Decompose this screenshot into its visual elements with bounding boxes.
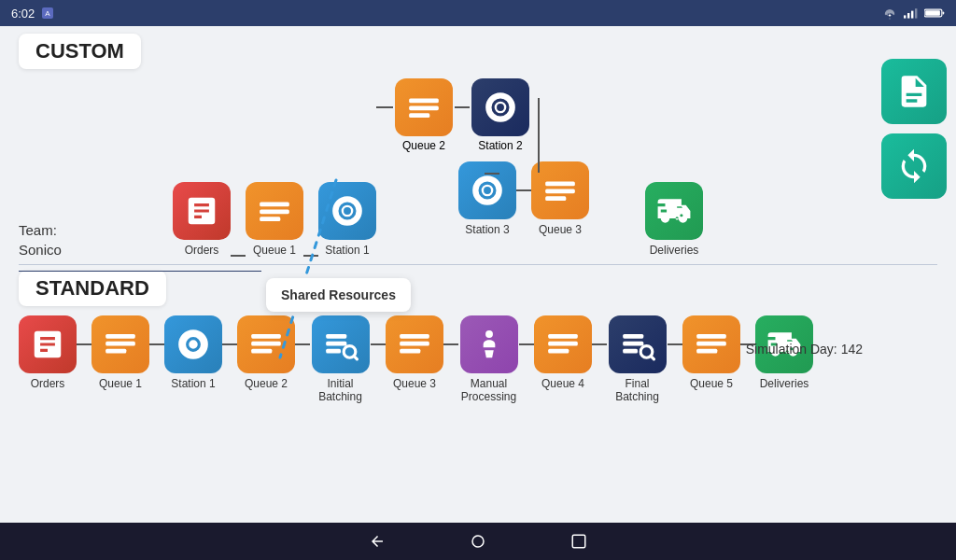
svg-rect-30 [400, 334, 429, 339]
svg-rect-14 [409, 113, 429, 118]
home-button[interactable] [465, 528, 491, 554]
svg-rect-37 [623, 334, 643, 339]
custom-orders-icon [173, 182, 231, 240]
svg-rect-38 [623, 342, 643, 346]
std-queue1-icon [91, 315, 149, 373]
team-info: Team: Sonico [19, 222, 62, 258]
status-right [881, 7, 945, 20]
team-underline [19, 271, 261, 272]
custom-queue2-node [395, 78, 453, 136]
custom-queue1-icon [246, 182, 303, 240]
svg-rect-15 [545, 182, 575, 187]
svg-rect-27 [326, 349, 341, 354]
custom-deliveries-icon [645, 182, 703, 240]
svg-rect-5 [915, 8, 917, 18]
std-queue4-icon [534, 315, 592, 373]
std-queue2-node: Queue 2 [237, 315, 295, 390]
std-queue1-node: Queue 1 [91, 315, 149, 390]
std-conn7 [519, 343, 534, 345]
std-final-batching-icon [609, 315, 667, 373]
standard-section: STANDARD Orders Queue 1 [0, 265, 956, 409]
custom-queue3-label: Queue 3 [539, 223, 582, 236]
status-bar: 6:02 A [0, 0, 956, 26]
svg-line-41 [651, 357, 654, 359]
custom-station2-icon [471, 78, 529, 136]
custom-station3-label: Station 3 [465, 223, 509, 236]
custom-section: CUSTOM Orders Queue 1 [0, 26, 956, 260]
svg-rect-10 [260, 209, 289, 214]
std-deliveries-label: Deliveries [760, 377, 809, 390]
std-manual-processing-label: Manual Processing [458, 377, 519, 403]
std-initial-batching-icon [312, 315, 370, 373]
svg-rect-46 [572, 535, 585, 548]
shared-resources-tooltip: Shared Resources [266, 278, 411, 312]
std-conn9 [668, 343, 682, 345]
custom-deliveries-node: Deliveries [645, 182, 703, 257]
svg-point-33 [485, 330, 493, 338]
std-conn4 [295, 343, 310, 345]
std-conn1 [77, 343, 91, 345]
std-queue5-icon [682, 315, 740, 373]
svg-rect-35 [548, 342, 578, 346]
svg-rect-9 [260, 203, 289, 207]
svg-rect-20 [105, 342, 135, 346]
conn1 [231, 255, 246, 257]
svg-rect-26 [326, 342, 346, 346]
std-queue1-label: Queue 1 [99, 377, 142, 390]
svg-rect-43 [696, 342, 726, 346]
custom-station2-node [471, 78, 529, 136]
std-orders-node: Orders [19, 315, 77, 390]
std-initial-batching-node: Initial Batching [310, 315, 371, 403]
std-queue4-node: Queue 4 [534, 315, 592, 390]
svg-rect-4 [911, 11, 913, 19]
svg-rect-8 [925, 10, 940, 16]
svg-rect-7 [943, 11, 945, 14]
time: 6:02 [11, 7, 35, 21]
custom-orders-label: Orders [185, 244, 219, 257]
svg-rect-17 [545, 196, 566, 201]
conn2 [303, 255, 318, 257]
main-content: Team: Sonico Simulation Day: 142 CUSTOM … [0, 26, 956, 523]
svg-rect-13 [409, 105, 439, 110]
status-left: 6:02 A [11, 6, 55, 21]
custom-deliveries-label: Deliveries [650, 244, 699, 257]
std-orders-label: Orders [31, 377, 65, 390]
std-queue2-label: Queue 2 [245, 377, 288, 390]
custom-station1-label: Station 1 [325, 244, 369, 257]
svg-rect-34 [548, 334, 578, 339]
std-station1-icon [164, 315, 222, 373]
svg-line-29 [354, 357, 357, 359]
std-manual-processing-icon [460, 315, 518, 373]
std-orders-icon [19, 315, 77, 373]
svg-rect-2 [904, 15, 906, 18]
team-value: Sonico [19, 242, 62, 258]
std-conn8 [592, 343, 607, 345]
std-conn6 [443, 343, 458, 345]
std-final-batching-node: Final Batching [607, 315, 668, 403]
custom-queue1-node: Queue 1 [246, 182, 303, 257]
std-queue3-node: Queue 3 [386, 315, 443, 390]
nav-bar [0, 523, 956, 560]
std-initial-batching-label: Initial Batching [310, 377, 371, 403]
custom-queue1-label: Queue 1 [253, 244, 296, 257]
notification-icon: A [40, 6, 55, 21]
custom-station3-icon [458, 161, 516, 219]
svg-rect-16 [545, 189, 575, 193]
svg-rect-19 [105, 334, 135, 339]
battery-icon [924, 7, 945, 19]
custom-queue3-node: Queue 3 [531, 161, 589, 236]
standard-label: STANDARD [19, 271, 166, 306]
std-conn2 [149, 343, 164, 345]
svg-text:A: A [46, 9, 51, 18]
custom-station1-icon [318, 182, 376, 240]
shared-resources-text: Shared Resources [281, 287, 396, 302]
std-queue3-icon [386, 315, 443, 373]
std-queue5-label: Queue 5 [690, 377, 733, 390]
std-queue2-icon [237, 315, 295, 373]
wifi-icon [881, 7, 898, 20]
svg-rect-32 [400, 349, 420, 354]
signal-icon [904, 7, 919, 20]
back-button[interactable] [364, 528, 390, 554]
recents-button[interactable] [566, 528, 592, 554]
team-label: Team: [19, 222, 62, 238]
